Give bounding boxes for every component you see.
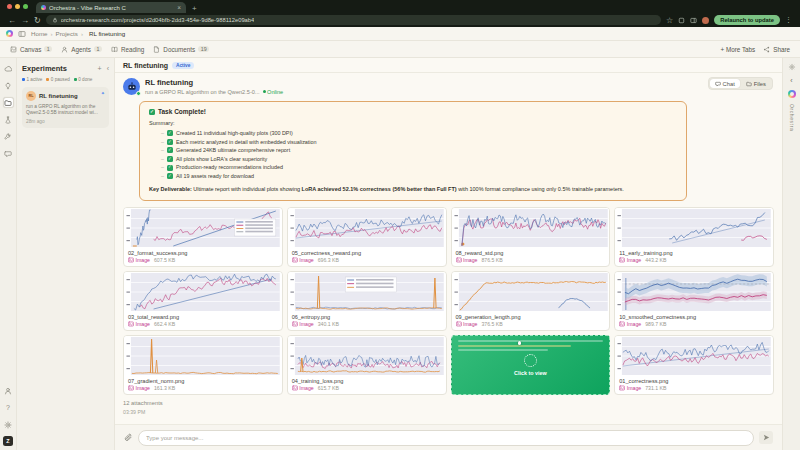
- settings-gear-icon[interactable]: [788, 63, 796, 71]
- attachment-meta: Image161.3 KB: [124, 384, 282, 394]
- attachment-card[interactable]: 06_entropy.pngImage340.1 KB: [287, 271, 447, 331]
- main-panel: RL finetuning Active Chat Files: [115, 58, 782, 450]
- attachment-card[interactable]: 03_total_reward.pngImage662.4 KB: [123, 271, 283, 331]
- rail-settings-button[interactable]: [3, 419, 14, 430]
- status-dot: [74, 78, 77, 81]
- browser-tab-title: Orchestra - Vibe Research C: [49, 5, 174, 11]
- rail-account-button[interactable]: [3, 385, 14, 396]
- extensions-icon[interactable]: [678, 17, 685, 24]
- attachment-card[interactable]: 02_format_success.pngImage607.5 KB: [123, 207, 283, 267]
- rail-home-button[interactable]: [3, 63, 14, 74]
- address-bar[interactable]: orchestra-research.com/projects/d2d04bfb…: [46, 15, 661, 25]
- new-tab-button[interactable]: +: [192, 4, 197, 13]
- collapse-rail-icon[interactable]: ‹: [790, 77, 792, 84]
- account-icon: [4, 387, 12, 395]
- breadcrumb-item[interactable]: Home: [31, 30, 48, 37]
- relaunch-to-update-button[interactable]: Relaunch to update: [714, 15, 780, 25]
- send-button[interactable]: [759, 431, 773, 444]
- tab-label: Reading: [121, 46, 144, 53]
- attach-file-button[interactable]: [124, 433, 133, 442]
- rail-chat-button[interactable]: [3, 148, 14, 159]
- rail-experiments-button[interactable]: [3, 114, 14, 125]
- workspace-tab-agents[interactable]: Agents1: [61, 46, 102, 53]
- rail-help-button[interactable]: ?: [3, 402, 14, 413]
- collapse-panel-icon[interactable]: ‹: [107, 65, 109, 72]
- workspace-tab-reading[interactable]: Reading: [111, 46, 144, 53]
- attachment-viewer-card[interactable]: Click to view: [451, 335, 611, 395]
- robot-icon: [126, 81, 138, 93]
- experiment-avatar: RL: [26, 91, 36, 101]
- share-button[interactable]: Share: [763, 46, 790, 53]
- attachment-card[interactable]: 07_gradient_norm.pngImage161.3 KB: [123, 335, 283, 395]
- back-icon[interactable]: ←: [8, 16, 16, 25]
- attachment-card[interactable]: 04_training_loss.pngImage615.7 KB: [287, 335, 447, 395]
- image-icon: [128, 257, 134, 263]
- forward-icon[interactable]: →: [21, 16, 29, 25]
- reload-icon[interactable]: ↻: [34, 16, 41, 25]
- bookmark-star-icon[interactable]: ☆: [666, 16, 673, 25]
- window-controls[interactable]: [7, 0, 28, 13]
- attachments-grid: 02_format_success.pngImage607.5 KB05_cor…: [123, 207, 774, 395]
- message-input[interactable]: [138, 430, 754, 446]
- attachment-meta: Image607.5 KB: [124, 256, 282, 266]
- attachment-card[interactable]: 05_correctness_reward.pngImage696.3 KB: [287, 207, 447, 267]
- toggle-sidebar-icon[interactable]: [18, 30, 26, 38]
- close-tab-icon[interactable]: ×: [177, 4, 181, 11]
- experiments-stat: 0 done: [74, 77, 93, 82]
- sidebar-panel-icon[interactable]: [690, 17, 697, 24]
- summary-label: Summary:: [149, 120, 677, 126]
- settings-icon: [4, 421, 12, 429]
- bullet: –: [161, 172, 164, 181]
- attachment-card[interactable]: 08_reward_std.pngImage876.5 KB: [451, 207, 611, 267]
- attachment-card[interactable]: 11_early_training.pngImage443.2 KB: [614, 207, 774, 267]
- attachment-meta: Image376.5 KB: [452, 320, 610, 330]
- minimize-window-button[interactable]: [15, 4, 20, 9]
- key-deliverable: Key Deliverable: Ultimate report with in…: [149, 186, 677, 194]
- workspace-tab-canvas[interactable]: Canvas1: [10, 46, 52, 53]
- attachments-count: 12 attachments: [123, 400, 774, 406]
- bullet: –: [161, 163, 164, 172]
- view-switcher: Chat Files: [708, 77, 774, 90]
- experiment-time: 28m ago: [26, 119, 105, 124]
- user-avatar[interactable]: Z: [3, 436, 13, 446]
- rail-projects-button[interactable]: [3, 97, 14, 108]
- experiment-title: RL finetuning: [39, 93, 78, 99]
- maximize-window-button[interactable]: [23, 4, 28, 9]
- attachment-type: Image: [299, 257, 313, 263]
- plot-thumbnail: [288, 272, 446, 312]
- attachment-filename: 01_correctness.png: [615, 376, 773, 384]
- attachment-card[interactable]: 09_generation_length.pngImage376.5 KB: [451, 271, 611, 331]
- agent-avatar: [123, 78, 140, 95]
- bullet: –: [161, 155, 164, 164]
- files-view-button[interactable]: Files: [741, 79, 771, 88]
- add-experiment-button[interactable]: +: [98, 65, 102, 72]
- tab-count: 1: [94, 46, 102, 52]
- orchestra-brand-label: Orchestra: [789, 104, 795, 131]
- chat-view-button[interactable]: Chat: [710, 79, 740, 88]
- rail-ideas-button[interactable]: [3, 80, 14, 91]
- orchestra-rail-logo[interactable]: [788, 90, 796, 98]
- attachment-card[interactable]: 10_smoothed_correctness.pngImage989.7 KB: [614, 271, 774, 331]
- attachment-filename: 03_total_reward.png: [124, 312, 282, 320]
- paperclip-icon: [124, 433, 133, 442]
- summary-item: –✓Generated 24KB ultimate comprehensive …: [149, 146, 677, 155]
- breadcrumb-item[interactable]: Projects: [56, 30, 78, 37]
- workspace-tab-documents[interactable]: Documents19: [153, 46, 209, 53]
- image-icon: [292, 257, 298, 263]
- rail-tools-button[interactable]: [3, 131, 14, 142]
- browser-chrome: Orchestra - Vibe Research C × + ← → ↻ or…: [0, 0, 800, 27]
- attachment-filename: 05_correctness_reward.png: [288, 248, 446, 256]
- attachment-card[interactable]: 01_correctness.pngImage731.1 KB: [614, 335, 774, 395]
- experiments-panel: Experiments + ‹ 1 active0 paused0 done ✦…: [17, 58, 115, 450]
- profile-avatar[interactable]: [702, 17, 709, 24]
- agent-name: RL finetuning: [145, 78, 283, 87]
- browser-tab[interactable]: Orchestra - Vibe Research C ×: [36, 2, 186, 13]
- close-window-button[interactable]: [7, 4, 12, 9]
- experiment-card[interactable]: ✦ RL RL finetuning run a GRPO RL algorit…: [22, 87, 109, 128]
- browser-menu-icon[interactable]: ⋮: [785, 16, 792, 24]
- breadcrumb-item[interactable]: RL finetuning: [86, 29, 128, 38]
- summary-item: –✓All plots show LoRA's clear superiorit…: [149, 155, 677, 164]
- attachment-meta: Image340.1 KB: [288, 320, 446, 330]
- plot-thumbnail: [124, 272, 282, 312]
- more-tabs-button[interactable]: + More Tabs: [720, 46, 755, 53]
